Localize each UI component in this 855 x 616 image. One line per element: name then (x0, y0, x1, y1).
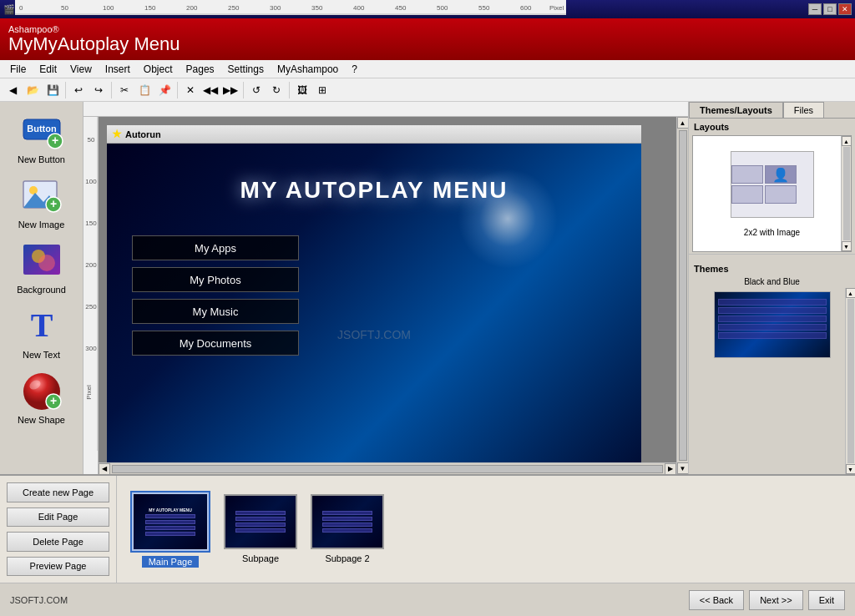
toolbar-move-left[interactable]: ◀◀ (201, 81, 220, 99)
delete-page-button[interactable]: Delete Page (7, 532, 109, 552)
subpage2-strip-3 (322, 523, 372, 527)
page-thumb-selected-frame: MY AUTOPLAY MENU (130, 491, 210, 553)
toolbar-rotate-ccw[interactable]: ↺ (247, 81, 266, 99)
scroll-right-arrow[interactable]: ▶ (665, 463, 676, 475)
svg-text:300: 300 (85, 345, 97, 352)
scroll-down-arrow[interactable]: ▼ (677, 462, 689, 474)
toolbar-open[interactable]: 📂 (23, 81, 42, 99)
theme-preview-black-blue[interactable] (714, 291, 831, 358)
layout-cell-4 (765, 185, 797, 204)
create-new-page-button[interactable]: Create new Page (7, 482, 109, 502)
layout-cell-1 (731, 165, 763, 184)
canvas-btn-myapps[interactable]: My Apps (132, 235, 299, 260)
thumb-strip-4 (145, 532, 195, 536)
layouts-scroll-up[interactable]: ▲ (842, 136, 852, 146)
toolbar-cut[interactable]: ✂ (115, 81, 134, 99)
page-thumb-img-subpage2[interactable] (311, 494, 384, 549)
toolbar-move-right[interactable]: ▶▶ (221, 81, 240, 99)
ruler-horizontal: 0 50 100 150 200 250 300 350 400 450 500… (83, 102, 688, 117)
canvas-btn-mymusic[interactable]: My Music (132, 299, 299, 324)
tool-new-shape[interactable]: + New Shape (4, 366, 79, 429)
toolbar-undo[interactable]: ↩ (69, 81, 88, 99)
canvas-content[interactable]: MY AUTOPLAY MENU My Apps My Photos My Mu… (107, 144, 641, 474)
themes-scrollbar[interactable]: ▲ ▼ (845, 288, 855, 474)
menu-view[interactable]: View (63, 60, 99, 78)
toolbar-delete[interactable]: ✕ (181, 81, 200, 99)
right-panel: Themes/Layouts Files Layouts 👤 2x2 with … (688, 102, 855, 474)
page-thumb-main[interactable]: MY AUTOPLAY MENU Main Page (130, 491, 210, 568)
layout-2x2-image[interactable]: 👤 (731, 151, 814, 218)
theme-strip-1 (718, 299, 827, 305)
tool-new-image[interactable]: + New Image (4, 170, 79, 234)
tool-new-text[interactable]: T New Text (4, 300, 79, 364)
toolbar-redo[interactable]: ↪ (89, 81, 108, 99)
themes-scroll-up[interactable]: ▲ (846, 288, 856, 298)
layouts-scrollbar[interactable]: ▲ ▼ (841, 136, 851, 251)
canvas-autorun-label: Autorun (125, 129, 161, 139)
canvas-btn-mydocuments[interactable]: My Documents (132, 331, 299, 356)
pages-panel: Create new Page Edit Page Delete Page Pr… (0, 474, 855, 583)
toolbar-extra[interactable]: ⊞ (313, 81, 331, 99)
title-bar-controls: ─ □ ✕ (808, 3, 852, 15)
maximize-button[interactable]: □ (823, 3, 837, 15)
menu-file[interactable]: File (3, 60, 33, 78)
tab-themes-layouts[interactable]: Themes/Layouts (689, 102, 783, 118)
toolbar: ◀ 📂 💾 ↩ ↪ ✂ 📋 📌 ✕ ◀◀ ▶▶ ↺ ↻ 🖼 ⊞ (0, 78, 855, 102)
layouts-scroll-down[interactable]: ▼ (842, 241, 852, 251)
scrollbar-horizontal[interactable]: ◀ ▶ (99, 462, 676, 474)
themes-scroll-down[interactable]: ▼ (846, 464, 856, 474)
toolbar-copy[interactable]: 📋 (135, 81, 154, 99)
toolbar-image[interactable]: 🖼 (293, 81, 311, 99)
preview-page-button[interactable]: Preview Page (7, 557, 109, 577)
tool-background[interactable]: Background (4, 235, 79, 299)
thumb-strip-1 (145, 514, 195, 518)
subpage2-strip-2 (322, 517, 372, 521)
scroll-thumb-v[interactable] (679, 130, 687, 461)
tool-new-button[interactable]: Button + New Button (4, 105, 79, 169)
edit-page-button[interactable]: Edit Page (7, 507, 109, 528)
menu-settings[interactable]: Settings (221, 60, 271, 78)
pages-buttons: Create new Page Edit Page Delete Page Pr… (0, 476, 117, 583)
menu-edit[interactable]: Edit (33, 60, 63, 78)
back-button[interactable]: << Back (689, 590, 744, 610)
menu-object[interactable]: Object (137, 60, 180, 78)
menu-myashampoo[interactable]: MyAshampoo (271, 60, 345, 78)
new-image-icon: + (20, 174, 63, 218)
minimize-button[interactable]: ─ (808, 3, 822, 15)
tab-files[interactable]: Files (783, 102, 824, 118)
page-thumb-img-subpage[interactable] (224, 494, 297, 549)
scroll-left-arrow[interactable]: ◀ (99, 463, 110, 475)
menu-insert[interactable]: Insert (99, 60, 137, 78)
scroll-up-arrow[interactable]: ▲ (677, 117, 689, 129)
close-button[interactable]: ✕ (838, 3, 852, 15)
toolbar-sep-3 (177, 82, 178, 98)
thumb-strip-3 (145, 526, 195, 530)
scrollbar-vertical[interactable]: ▲ ▼ (676, 117, 688, 474)
svg-text:200: 200 (85, 261, 97, 269)
thumb-title-main: MY AUTOPLAY MENU (149, 507, 192, 512)
toolbar-back[interactable]: ◀ (3, 81, 22, 99)
page-thumb-subpage2[interactable]: Subpage 2 (311, 494, 384, 564)
layouts-scroll-thumb[interactable] (843, 147, 850, 240)
toolbar-paste[interactable]: 📌 (155, 81, 174, 99)
theme-strip-2 (718, 307, 827, 314)
canvas-inner[interactable]: ★ Autorun MY AUTOPLAY MENU My Apps My Ph… (107, 125, 641, 474)
layout-cell-img: 👤 (765, 165, 797, 184)
menu-pages[interactable]: Pages (180, 60, 221, 78)
toolbar-rotate-cw[interactable]: ↻ (267, 81, 286, 99)
page-thumb-img-main[interactable]: MY AUTOPLAY MENU (134, 494, 207, 549)
subpage-strip-4 (235, 528, 286, 533)
menu-bar: File Edit View Insert Object Pages Setti… (0, 60, 855, 78)
theme-preview-inner (715, 292, 830, 346)
menu-help[interactable]: ? (345, 60, 364, 78)
exit-button[interactable]: Exit (808, 590, 845, 610)
page-thumb-subpage[interactable]: Subpage (224, 494, 297, 564)
canvas-viewport[interactable]: ★ Autorun MY AUTOPLAY MENU My Apps My Ph… (99, 117, 688, 474)
next-button[interactable]: Next >> (749, 590, 803, 610)
canvas-btn-myphotos[interactable]: My Photos (132, 267, 299, 292)
layouts-area[interactable]: 👤 2x2 with Image ▲ ▼ (692, 135, 852, 252)
themes-scroll-thumb[interactable] (847, 299, 854, 463)
brand-text: Ashampoo® MyMyAutoplay Menu (8, 24, 180, 54)
scroll-thumb-h[interactable] (112, 465, 663, 473)
toolbar-save[interactable]: 💾 (43, 81, 62, 99)
